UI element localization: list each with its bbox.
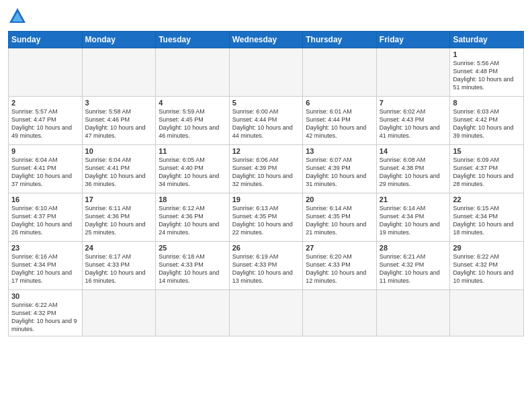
calendar-cell: 6Sunrise: 6:01 AMSunset: 4:44 PMDaylight… xyxy=(303,97,377,145)
calendar-cell xyxy=(303,290,377,336)
day-number: 9 xyxy=(11,147,79,155)
day-number: 7 xyxy=(380,99,447,107)
cell-info: Sunrise: 6:14 AMSunset: 4:34 PMDaylight:… xyxy=(380,204,447,237)
day-number: 26 xyxy=(232,244,300,252)
calendar-cell: 7Sunrise: 6:02 AMSunset: 4:43 PMDaylight… xyxy=(376,97,450,145)
day-number: 5 xyxy=(232,99,300,107)
cell-info: Sunrise: 6:07 AMSunset: 4:39 PMDaylight:… xyxy=(306,156,373,189)
day-number: 22 xyxy=(453,195,521,203)
day-number: 4 xyxy=(159,99,226,107)
day-number: 25 xyxy=(159,244,226,252)
page: SundayMondayTuesdayWednesdayThursdayFrid… xyxy=(0,0,532,411)
cell-info: Sunrise: 6:10 AMSunset: 4:37 PMDaylight:… xyxy=(11,204,79,237)
logo xyxy=(8,7,30,26)
cell-info: Sunrise: 6:19 AMSunset: 4:33 PMDaylight:… xyxy=(232,253,300,285)
weekday-header-tuesday: Tuesday xyxy=(156,32,230,48)
day-number: 2 xyxy=(11,99,79,107)
calendar-cell xyxy=(450,290,524,336)
weekday-header-monday: Monday xyxy=(82,32,156,48)
calendar-cell: 18Sunrise: 6:12 AMSunset: 4:36 PMDayligh… xyxy=(156,193,230,242)
week-row-5: 23Sunrise: 6:16 AMSunset: 4:34 PMDayligh… xyxy=(9,242,524,290)
cell-info: Sunrise: 6:18 AMSunset: 4:33 PMDaylight:… xyxy=(159,253,226,285)
day-number: 15 xyxy=(453,147,521,155)
day-number: 20 xyxy=(306,195,373,203)
calendar-cell: 16Sunrise: 6:10 AMSunset: 4:37 PMDayligh… xyxy=(9,193,83,242)
day-number: 6 xyxy=(306,99,373,107)
cell-info: Sunrise: 6:20 AMSunset: 4:33 PMDaylight:… xyxy=(306,253,373,285)
calendar-cell: 22Sunrise: 6:15 AMSunset: 4:34 PMDayligh… xyxy=(450,193,524,242)
calendar-cell xyxy=(376,290,450,336)
day-number: 13 xyxy=(306,147,373,155)
cell-info: Sunrise: 6:15 AMSunset: 4:34 PMDaylight:… xyxy=(453,204,521,237)
calendar-cell: 21Sunrise: 6:14 AMSunset: 4:34 PMDayligh… xyxy=(376,193,450,242)
weekday-header-row: SundayMondayTuesdayWednesdayThursdayFrid… xyxy=(9,32,524,48)
day-number: 16 xyxy=(11,195,79,203)
cell-info: Sunrise: 6:21 AMSunset: 4:32 PMDaylight:… xyxy=(380,253,447,285)
calendar-cell: 28Sunrise: 6:21 AMSunset: 4:32 PMDayligh… xyxy=(376,242,450,290)
calendar-cell: 1Sunrise: 5:56 AMSunset: 4:48 PMDaylight… xyxy=(450,48,524,97)
day-number: 28 xyxy=(380,244,447,252)
weekday-header-saturday: Saturday xyxy=(450,32,524,48)
day-number: 19 xyxy=(232,195,300,203)
cell-info: Sunrise: 6:08 AMSunset: 4:38 PMDaylight:… xyxy=(380,156,447,189)
day-number: 1 xyxy=(453,50,521,58)
calendar-cell: 19Sunrise: 6:13 AMSunset: 4:35 PMDayligh… xyxy=(229,193,303,242)
calendar-cell: 4Sunrise: 5:59 AMSunset: 4:45 PMDaylight… xyxy=(156,97,230,145)
calendar-cell xyxy=(229,48,303,97)
cell-info: Sunrise: 6:14 AMSunset: 4:35 PMDaylight:… xyxy=(306,204,373,237)
cell-info: Sunrise: 6:09 AMSunset: 4:37 PMDaylight:… xyxy=(453,156,521,189)
day-number: 17 xyxy=(85,195,153,203)
cell-info: Sunrise: 6:00 AMSunset: 4:44 PMDaylight:… xyxy=(232,107,300,140)
day-number: 24 xyxy=(85,244,153,252)
calendar: SundayMondayTuesdayWednesdayThursdayFrid… xyxy=(8,31,524,336)
day-number: 11 xyxy=(159,147,226,155)
weekday-header-thursday: Thursday xyxy=(303,32,377,48)
cell-info: Sunrise: 6:12 AMSunset: 4:36 PMDaylight:… xyxy=(159,204,226,237)
weekday-header-sunday: Sunday xyxy=(9,32,83,48)
weekday-header-wednesday: Wednesday xyxy=(229,32,303,48)
calendar-cell: 29Sunrise: 6:22 AMSunset: 4:32 PMDayligh… xyxy=(450,242,524,290)
calendar-cell: 11Sunrise: 6:05 AMSunset: 4:40 PMDayligh… xyxy=(156,145,230,193)
day-number: 12 xyxy=(232,147,300,155)
weekday-header-friday: Friday xyxy=(376,32,450,48)
calendar-cell xyxy=(303,48,377,97)
cell-info: Sunrise: 6:02 AMSunset: 4:43 PMDaylight:… xyxy=(380,107,447,140)
cell-info: Sunrise: 6:17 AMSunset: 4:33 PMDaylight:… xyxy=(85,253,153,285)
cell-info: Sunrise: 6:03 AMSunset: 4:42 PMDaylight:… xyxy=(453,107,521,140)
calendar-cell: 3Sunrise: 5:58 AMSunset: 4:46 PMDaylight… xyxy=(82,97,156,145)
cell-info: Sunrise: 6:13 AMSunset: 4:35 PMDaylight:… xyxy=(232,204,300,237)
calendar-cell: 24Sunrise: 6:17 AMSunset: 4:33 PMDayligh… xyxy=(82,242,156,290)
day-number: 10 xyxy=(85,147,153,155)
cell-info: Sunrise: 6:11 AMSunset: 4:36 PMDaylight:… xyxy=(85,204,153,237)
day-number: 8 xyxy=(453,99,521,107)
calendar-cell: 27Sunrise: 6:20 AMSunset: 4:33 PMDayligh… xyxy=(303,242,377,290)
day-number: 21 xyxy=(380,195,447,203)
calendar-cell: 26Sunrise: 6:19 AMSunset: 4:33 PMDayligh… xyxy=(229,242,303,290)
calendar-cell: 30Sunrise: 6:22 AMSunset: 4:32 PMDayligh… xyxy=(9,290,83,336)
calendar-cell: 9Sunrise: 6:04 AMSunset: 4:41 PMDaylight… xyxy=(9,145,83,193)
calendar-cell: 2Sunrise: 5:57 AMSunset: 4:47 PMDaylight… xyxy=(9,97,83,145)
cell-info: Sunrise: 6:16 AMSunset: 4:34 PMDaylight:… xyxy=(11,253,79,285)
cell-info: Sunrise: 5:56 AMSunset: 4:48 PMDaylight:… xyxy=(453,59,521,92)
calendar-cell xyxy=(156,290,230,336)
calendar-cell xyxy=(156,48,230,97)
logo-icon xyxy=(8,7,27,26)
calendar-cell: 15Sunrise: 6:09 AMSunset: 4:37 PMDayligh… xyxy=(450,145,524,193)
calendar-cell: 5Sunrise: 6:00 AMSunset: 4:44 PMDaylight… xyxy=(229,97,303,145)
calendar-cell: 20Sunrise: 6:14 AMSunset: 4:35 PMDayligh… xyxy=(303,193,377,242)
day-number: 14 xyxy=(380,147,447,155)
calendar-cell xyxy=(9,48,83,97)
calendar-cell: 13Sunrise: 6:07 AMSunset: 4:39 PMDayligh… xyxy=(303,145,377,193)
calendar-cell xyxy=(376,48,450,97)
header xyxy=(8,7,524,26)
calendar-cell: 12Sunrise: 6:06 AMSunset: 4:39 PMDayligh… xyxy=(229,145,303,193)
week-row-4: 16Sunrise: 6:10 AMSunset: 4:37 PMDayligh… xyxy=(9,193,524,242)
week-row-6: 30Sunrise: 6:22 AMSunset: 4:32 PMDayligh… xyxy=(9,290,524,336)
calendar-cell: 10Sunrise: 6:04 AMSunset: 4:41 PMDayligh… xyxy=(82,145,156,193)
calendar-cell: 23Sunrise: 6:16 AMSunset: 4:34 PMDayligh… xyxy=(9,242,83,290)
calendar-cell: 25Sunrise: 6:18 AMSunset: 4:33 PMDayligh… xyxy=(156,242,230,290)
cell-info: Sunrise: 5:59 AMSunset: 4:45 PMDaylight:… xyxy=(159,107,226,140)
day-number: 3 xyxy=(85,99,153,107)
cell-info: Sunrise: 6:06 AMSunset: 4:39 PMDaylight:… xyxy=(232,156,300,189)
cell-info: Sunrise: 5:57 AMSunset: 4:47 PMDaylight:… xyxy=(11,107,79,140)
